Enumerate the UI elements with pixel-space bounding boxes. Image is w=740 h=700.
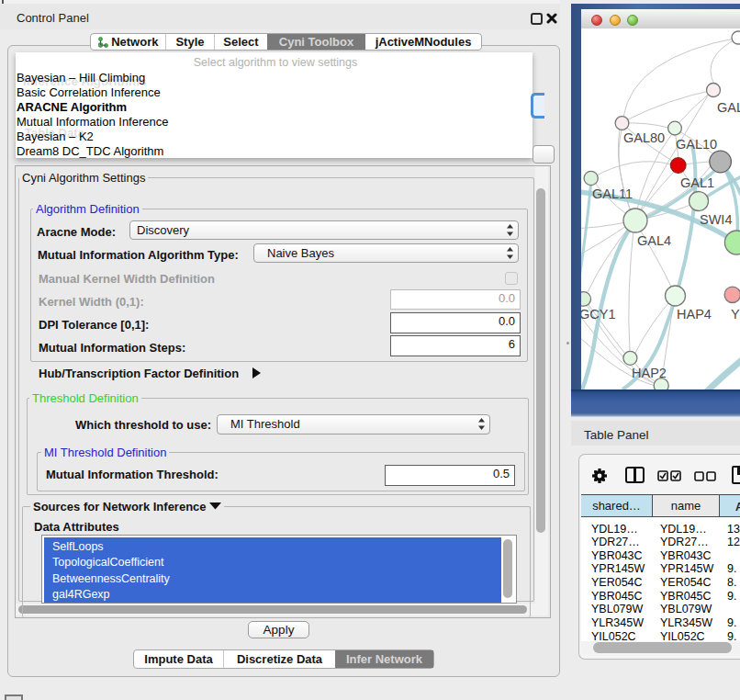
svg-text:SWI4: SWI4	[700, 212, 732, 227]
svg-text:GAL1: GAL1	[680, 175, 714, 190]
svg-text:GCY1: GCY1	[581, 307, 616, 322]
svg-text:GAL10: GAL10	[676, 137, 717, 152]
svg-text:HAP2: HAP2	[632, 366, 667, 380]
svg-text:GAL: GAL	[717, 100, 740, 115]
svg-text:GAL4: GAL4	[637, 233, 671, 248]
svg-text:Y: Y	[731, 307, 740, 322]
svg-text:GAL11: GAL11	[592, 186, 633, 201]
svg-text:GAL80: GAL80	[623, 130, 665, 145]
svg-text:HAP4: HAP4	[677, 307, 712, 322]
